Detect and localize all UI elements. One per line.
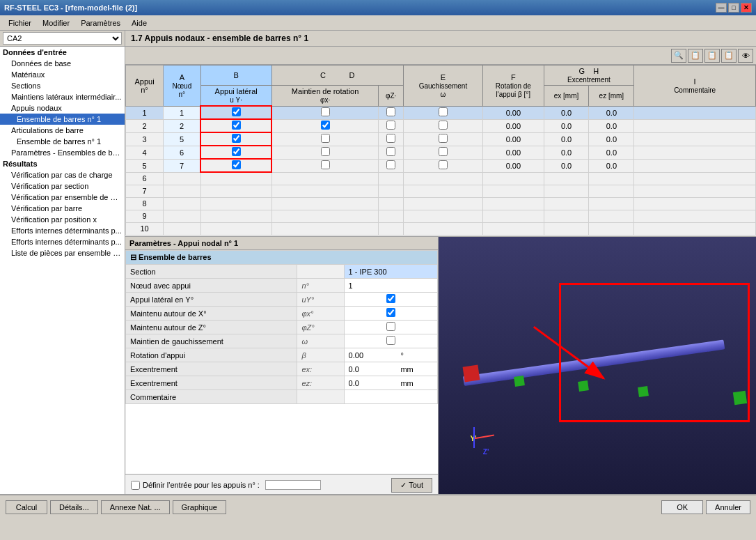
cell-uY[interactable] (200, 222, 271, 235)
cell-omega[interactable] (403, 159, 482, 172)
close-button[interactable]: ✕ (741, 3, 752, 13)
cell-phiZ[interactable] (379, 172, 403, 185)
sidebar-item-maintiens[interactable]: Maintiens latéraux intermédiair... (0, 91, 125, 102)
phiZ-cb[interactable] (386, 107, 395, 116)
menu-fichier[interactable]: Fichier (3, 17, 37, 29)
uY-cb[interactable] (232, 147, 241, 156)
phiX-cb[interactable] (321, 107, 330, 116)
sidebar-item-ensemble-barres[interactable]: Ensemble de barres n° 1 (0, 114, 125, 125)
sidebar-item-donnees-base[interactable]: Données de base (0, 58, 125, 69)
cell-phiX[interactable] (271, 159, 379, 172)
cell-uY[interactable] (200, 146, 271, 159)
cell-phiX[interactable] (271, 106, 379, 119)
phiX-cb[interactable] (321, 121, 330, 130)
cell-omega[interactable] (403, 172, 482, 185)
cell-uY[interactable] (200, 106, 271, 119)
menu-parametres[interactable]: Paramètres (75, 17, 126, 29)
sidebar-item-sections[interactable]: Sections (0, 80, 125, 91)
sidebar-item-materiaux[interactable]: Matériaux (0, 69, 125, 80)
cell-uY[interactable] (200, 185, 271, 197)
sidebar-item-params-ensembles[interactable]: Paramètres - Ensembles de bar... (0, 147, 125, 158)
cell-phiZ[interactable] (379, 159, 403, 172)
cell-phiX[interactable] (271, 185, 379, 197)
params-value-omega[interactable] (344, 334, 437, 348)
menu-modifier[interactable]: Modifier (37, 17, 75, 29)
cell-omega[interactable] (403, 146, 482, 159)
table-btn-3[interactable]: 📋 (704, 49, 720, 63)
params-value-beta[interactable]: ° (344, 348, 437, 362)
define-input-checkbox[interactable] (131, 481, 140, 490)
sidebar-item-verif-barre[interactable]: Vérification par barre (0, 203, 125, 214)
cell-uY[interactable] (200, 172, 271, 185)
sidebar-item-efforts-1[interactable]: Efforts internes déterminants p... (0, 225, 125, 236)
ez-input[interactable] (349, 379, 400, 387)
ok-button[interactable]: OK (661, 500, 703, 514)
menu-aide[interactable]: Aide (126, 17, 152, 29)
phiZ-cb[interactable] (386, 160, 395, 169)
uY-checkbox[interactable] (386, 294, 395, 303)
omega-cb[interactable] (439, 134, 448, 143)
phiZ-cb[interactable] (386, 147, 395, 156)
cell-phiX[interactable] (271, 197, 379, 210)
phiX-cb[interactable] (321, 147, 330, 156)
omega-cb[interactable] (439, 147, 448, 156)
omega-cb[interactable] (439, 107, 448, 116)
cell-phiX[interactable] (271, 146, 379, 159)
omega-cb[interactable] (439, 160, 448, 169)
uY-cb[interactable] (232, 134, 241, 143)
sidebar-item-verif-position[interactable]: Vérification par position x (0, 214, 125, 225)
phiZ-checkbox[interactable] (386, 322, 395, 331)
cell-uY[interactable] (200, 132, 271, 146)
commentaire-input[interactable] (349, 393, 433, 401)
main-table-scroll[interactable]: Appuin° ANœudn° B C D EGauchissementω FR… (125, 65, 756, 236)
cell-phiX[interactable] (271, 172, 379, 185)
cell-omega[interactable] (403, 185, 482, 197)
sidebar-item-verif-ensemble[interactable]: Vérification par ensemble de ba... (0, 192, 125, 203)
cell-phiZ[interactable] (379, 210, 403, 222)
cell-omega[interactable] (403, 106, 482, 119)
phiZ-cb[interactable] (386, 134, 395, 143)
cell-phiZ[interactable] (379, 132, 403, 146)
phiX-cb[interactable] (321, 134, 330, 143)
details-button[interactable]: Détails... (50, 500, 98, 514)
minimize-button[interactable]: — (716, 3, 727, 13)
appui-input[interactable] (265, 480, 321, 490)
params-value-noeud[interactable] (344, 279, 437, 293)
cell-phiZ[interactable] (379, 197, 403, 210)
omega-checkbox[interactable] (386, 336, 395, 345)
cell-omega[interactable] (403, 197, 482, 210)
cell-phiX[interactable] (271, 210, 379, 222)
uY-cb[interactable] (232, 160, 241, 169)
phiX-checkbox[interactable] (386, 308, 395, 317)
phiZ-cb[interactable] (386, 121, 395, 130)
uY-cb[interactable] (232, 121, 241, 130)
cell-phiZ[interactable] (379, 185, 403, 197)
params-value-ex[interactable]: mm (344, 362, 437, 376)
ex-input[interactable] (349, 365, 400, 373)
sidebar-item-efforts-2[interactable]: Efforts internes déterminants p... (0, 236, 125, 247)
phiX-cb[interactable] (321, 160, 330, 169)
params-value-uY[interactable] (344, 293, 437, 307)
sidebar-item-ensemble-art[interactable]: Ensemble de barres n° 1 (0, 136, 125, 147)
cell-omega[interactable] (403, 119, 482, 132)
sidebar-item-appuis-nodaux[interactable]: Appuis nodaux (0, 102, 125, 114)
cell-uY[interactable] (200, 210, 271, 222)
sidebar-item-articulations[interactable]: Articulations de barre (0, 125, 125, 136)
sidebar-item-resultats[interactable]: Résultats (0, 158, 125, 169)
cell-uY[interactable] (200, 197, 271, 210)
calcul-button[interactable]: Calcul (6, 500, 47, 514)
cell-phiZ[interactable] (379, 222, 403, 235)
cell-phiZ[interactable] (379, 119, 403, 132)
params-value-phiZ[interactable] (344, 321, 437, 334)
noeud-input[interactable] (349, 281, 433, 290)
table-btn-1[interactable]: 🔍 (671, 49, 686, 63)
uY-cb[interactable] (232, 107, 241, 116)
sidebar-item-donnees-entree[interactable]: Données d'entrée (0, 47, 125, 58)
table-btn-2[interactable]: 📋 (688, 49, 703, 63)
cell-phiX[interactable] (271, 119, 379, 132)
table-btn-eye[interactable]: 👁 (738, 49, 753, 63)
params-value-commentaire[interactable] (344, 390, 437, 404)
cell-uY[interactable] (200, 159, 271, 172)
table-btn-4[interactable]: 📋 (721, 49, 737, 63)
sidebar-item-verif-section[interactable]: Vérification par section (0, 180, 125, 192)
